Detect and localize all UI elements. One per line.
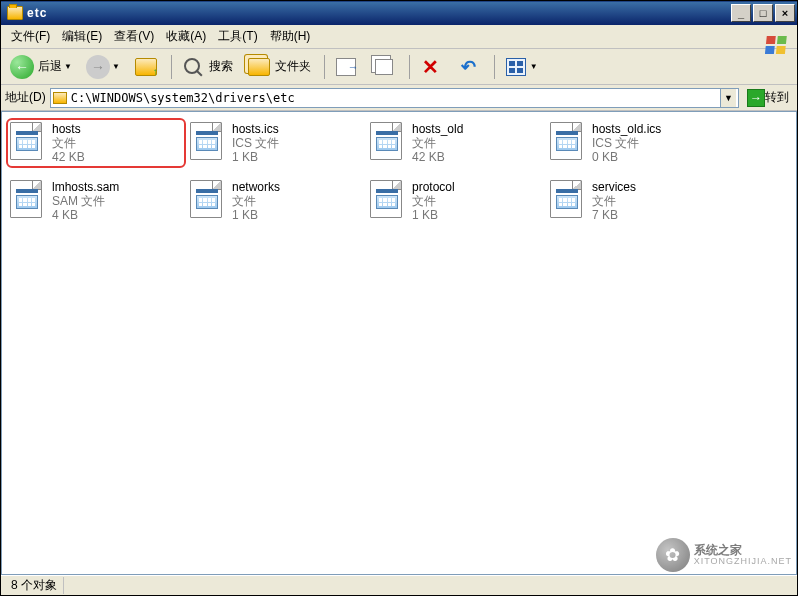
window-title: etc <box>27 6 729 20</box>
maximize-button[interactable]: □ <box>753 4 773 22</box>
file-name: networks <box>232 180 362 194</box>
minimize-button[interactable]: _ <box>731 4 751 22</box>
file-size: 42 KB <box>52 150 182 164</box>
moveto-button[interactable] <box>329 52 363 82</box>
forward-button[interactable]: → ▼ <box>81 52 125 82</box>
file-size: 0 KB <box>592 150 722 164</box>
forward-icon: → <box>86 55 110 79</box>
file-size: 7 KB <box>592 208 722 222</box>
separator <box>409 55 410 79</box>
delete-icon: ✕ <box>422 55 439 79</box>
copyto-icon <box>375 59 393 75</box>
menu-help[interactable]: 帮助(H) <box>264 25 317 48</box>
menu-favorites[interactable]: 收藏(A) <box>160 25 212 48</box>
separator <box>324 55 325 79</box>
file-icon <box>370 122 406 162</box>
watermark-url: XITONGZHIJIA.NET <box>694 556 792 566</box>
menu-edit[interactable]: 编辑(E) <box>56 25 108 48</box>
back-button[interactable]: ← 后退 ▼ <box>5 52 77 82</box>
go-button[interactable]: → 转到 <box>743 87 793 109</box>
file-type: 文件 <box>232 194 362 208</box>
file-type: ICS 文件 <box>232 136 362 150</box>
address-input[interactable]: C:\WINDOWS\system32\drivers\etc ▼ <box>50 88 739 108</box>
folders-button[interactable]: 文件夹 <box>242 52 316 82</box>
watermark-name: 系统之家 <box>694 544 792 556</box>
views-icon <box>506 58 526 76</box>
file-icon <box>550 180 586 220</box>
folder-icon <box>53 92 67 104</box>
file-icon <box>10 180 46 220</box>
file-item[interactable]: hosts_old文件42 KB <box>366 118 546 168</box>
file-size: 1 KB <box>232 208 362 222</box>
menu-tools[interactable]: 工具(T) <box>212 25 263 48</box>
folders-icon <box>248 58 270 76</box>
file-item[interactable]: services文件7 KB <box>546 176 726 226</box>
file-name: lmhosts.sam <box>52 180 182 194</box>
up-button[interactable] <box>129 52 163 82</box>
file-item[interactable]: hosts文件42 KB <box>6 118 186 168</box>
folder-icon <box>7 6 23 20</box>
statusbar: 8 个对象 <box>1 575 797 595</box>
watermark-icon: ✿ <box>656 538 690 572</box>
file-type: ICS 文件 <box>592 136 722 150</box>
file-item[interactable]: protocol文件1 KB <box>366 176 546 226</box>
file-type: 文件 <box>592 194 722 208</box>
titlebar: etc _ □ × <box>1 1 797 25</box>
menu-view[interactable]: 查看(V) <box>108 25 160 48</box>
file-type: 文件 <box>412 194 542 208</box>
toolbar: ← 后退 ▼ → ▼ 搜索 文件夹 ✕ ↶ ▼ <box>1 49 797 85</box>
file-name: hosts <box>52 122 182 136</box>
undo-button[interactable]: ↶ <box>452 52 486 82</box>
separator <box>171 55 172 79</box>
copyto-button[interactable] <box>367 52 401 82</box>
file-item[interactable]: lmhosts.samSAM 文件4 KB <box>6 176 186 226</box>
svg-rect-3 <box>776 46 786 54</box>
file-name: hosts_old <box>412 122 542 136</box>
search-label: 搜索 <box>209 58 233 75</box>
addressbar: 地址(D) C:\WINDOWS\system32\drivers\etc ▼ … <box>1 85 797 111</box>
go-label: 转到 <box>765 89 789 106</box>
svg-rect-2 <box>765 46 775 54</box>
chevron-down-icon[interactable]: ▼ <box>530 62 538 71</box>
file-name: hosts.ics <box>232 122 362 136</box>
file-name: services <box>592 180 722 194</box>
status-objects: 8 个对象 <box>5 577 64 594</box>
file-list[interactable]: hosts文件42 KBhosts.icsICS 文件1 KBhosts_old… <box>1 111 797 575</box>
file-name: protocol <box>412 180 542 194</box>
file-name: hosts_old.ics <box>592 122 722 136</box>
close-button[interactable]: × <box>775 4 795 22</box>
windows-flag-icon <box>757 25 797 65</box>
search-button[interactable]: 搜索 <box>176 52 238 82</box>
delete-button[interactable]: ✕ <box>414 52 448 82</box>
watermark: ✿ 系统之家 XITONGZHIJIA.NET <box>656 538 792 572</box>
file-icon <box>550 122 586 162</box>
file-icon <box>10 122 46 162</box>
menu-file[interactable]: 文件(F) <box>5 25 56 48</box>
file-size: 42 KB <box>412 150 542 164</box>
separator <box>494 55 495 79</box>
file-item[interactable]: networks文件1 KB <box>186 176 366 226</box>
moveto-icon <box>336 58 356 76</box>
file-size: 4 KB <box>52 208 182 222</box>
chevron-down-icon[interactable]: ▼ <box>64 62 72 71</box>
file-item[interactable]: hosts_old.icsICS 文件0 KB <box>546 118 726 168</box>
file-item[interactable]: hosts.icsICS 文件1 KB <box>186 118 366 168</box>
file-size: 1 KB <box>412 208 542 222</box>
file-type: 文件 <box>412 136 542 150</box>
folders-label: 文件夹 <box>275 58 311 75</box>
undo-icon: ↶ <box>461 56 476 78</box>
address-path: C:\WINDOWS\system32\drivers\etc <box>71 91 720 105</box>
file-type: SAM 文件 <box>52 194 182 208</box>
file-size: 1 KB <box>232 150 362 164</box>
address-label: 地址(D) <box>5 89 46 106</box>
file-type: 文件 <box>52 136 182 150</box>
svg-rect-0 <box>766 36 776 44</box>
views-button[interactable]: ▼ <box>499 52 543 82</box>
back-label: 后退 <box>38 58 62 75</box>
address-dropdown[interactable]: ▼ <box>720 89 736 107</box>
back-icon: ← <box>10 55 34 79</box>
menubar: 文件(F) 编辑(E) 查看(V) 收藏(A) 工具(T) 帮助(H) <box>1 25 797 49</box>
chevron-down-icon[interactable]: ▼ <box>112 62 120 71</box>
file-icon <box>190 122 226 162</box>
file-icon <box>370 180 406 220</box>
